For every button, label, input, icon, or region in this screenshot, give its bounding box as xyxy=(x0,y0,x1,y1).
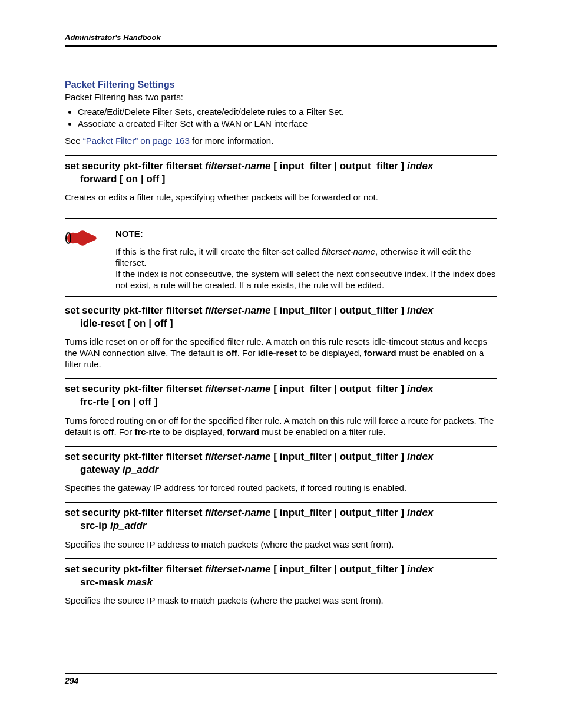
command-description: Creates or edits a filter rule, specifyi… xyxy=(65,192,497,203)
cmd-continuation: src-ip ip_addr xyxy=(65,519,497,532)
command-description: Specifies the source IP mask to match pa… xyxy=(65,595,497,606)
command-block: set security pkt-filter filterset filter… xyxy=(65,378,497,437)
cmd-text: set security pkt-filter filterset xyxy=(65,305,205,316)
cmd-text: gateway xyxy=(80,464,123,475)
cmd-continuation: forward [ on | off ] xyxy=(65,173,497,186)
cmd-var: mask xyxy=(127,577,152,588)
command-heading: set security pkt-filter filterset filter… xyxy=(65,160,497,186)
cmd-var: filterset-name xyxy=(205,160,270,172)
note-block: NOTE: If this is the first rule, it will… xyxy=(65,218,497,297)
cmd-var: index xyxy=(407,383,433,394)
note-label: NOTE: xyxy=(115,229,497,239)
command-heading: set security pkt-filter filterset filter… xyxy=(65,506,497,532)
command-heading: set security pkt-filter filterset filter… xyxy=(65,304,497,330)
note-icon-col xyxy=(65,224,115,291)
cmd-text: set security pkt-filter filterset xyxy=(65,160,205,172)
cmd-text: set security pkt-filter filterset xyxy=(65,383,205,394)
cmd-var: index xyxy=(407,305,433,316)
command-block: set security pkt-filter filterset filter… xyxy=(65,301,497,370)
page-number: 294 xyxy=(65,676,78,686)
cross-reference-link[interactable]: “Packet Filter” on page 163 xyxy=(83,136,190,146)
cmd-text: [ input_filter | output_filter ] xyxy=(271,451,407,462)
command-heading: set security pkt-filter filterset filter… xyxy=(65,563,497,589)
command-description: Specifies the gateway IP address for for… xyxy=(65,482,497,493)
cmd-var: filterset-name xyxy=(205,507,270,518)
list-item: Create/Edit/Delete Filter Sets, create/e… xyxy=(78,107,497,117)
text: for more information. xyxy=(190,136,274,146)
text: See xyxy=(65,136,83,146)
command-block: set security pkt-filter filterset filter… xyxy=(65,155,497,203)
cmd-text: src-mask xyxy=(80,577,127,588)
cmd-var: index xyxy=(407,507,433,518)
command-description: Turns forced routing on or off for the s… xyxy=(65,415,497,437)
cmd-text: [ input_filter | output_filter ] xyxy=(271,160,407,172)
cmd-continuation: idle-reset [ on | off ] xyxy=(65,317,497,330)
cmd-var: index xyxy=(407,451,433,462)
cmd-var: filterset-name xyxy=(205,451,270,462)
command-description: Specifies the source IP address to match… xyxy=(65,539,497,550)
running-header: Administrator's Handbook xyxy=(65,33,497,47)
cmd-text: [ input_filter | output_filter ] xyxy=(271,383,407,394)
cmd-continuation: src-mask mask xyxy=(65,576,497,589)
cmd-text: src-ip xyxy=(80,520,110,531)
section-intro: Packet Filtering has two parts: xyxy=(65,92,497,103)
cmd-text: set security pkt-filter filterset xyxy=(65,451,205,462)
command-block: set security pkt-filter filterset filter… xyxy=(65,558,497,606)
command-heading: set security pkt-filter filterset filter… xyxy=(65,383,497,409)
command-block: set security pkt-filter filterset filter… xyxy=(65,502,497,549)
cmd-var: index xyxy=(407,160,433,172)
cmd-text: set security pkt-filter filterset xyxy=(65,507,205,518)
command-description: Turns idle reset on or off for the speci… xyxy=(65,336,497,370)
cmd-var: ip_addr xyxy=(123,464,158,475)
cmd-var: filterset-name xyxy=(205,305,270,316)
page-footer: 294 xyxy=(65,673,497,686)
command-block: set security pkt-filter filterset filter… xyxy=(65,446,497,493)
cmd-var: ip_addr xyxy=(110,520,146,531)
cmd-continuation: gateway ip_addr xyxy=(65,463,497,476)
list-item: Associate a created Filter Set with a WA… xyxy=(78,118,497,129)
cmd-text: [ input_filter | output_filter ] xyxy=(271,507,407,518)
cmd-continuation: frc-rte [ on | off ] xyxy=(65,396,497,409)
document-page: Administrator's Handbook Packet Filterin… xyxy=(0,0,562,728)
cmd-text: [ input_filter | output_filter ] xyxy=(271,305,407,316)
section-title: Packet Filtering Settings xyxy=(65,80,497,90)
cmd-text: [ input_filter | output_filter ] xyxy=(271,564,407,575)
cmd-var: filterset-name xyxy=(205,564,270,575)
pointing-hand-icon xyxy=(65,228,99,249)
see-also: See “Packet Filter” on page 163 for more… xyxy=(65,136,497,147)
cmd-var: index xyxy=(407,564,433,575)
note-body: If this is the first rule, it will creat… xyxy=(115,246,497,291)
bullet-list: Create/Edit/Delete Filter Sets, create/e… xyxy=(65,107,497,129)
cmd-text: set security pkt-filter filterset xyxy=(65,564,205,575)
command-heading: set security pkt-filter filterset filter… xyxy=(65,450,497,476)
cmd-var: filterset-name xyxy=(205,383,270,394)
